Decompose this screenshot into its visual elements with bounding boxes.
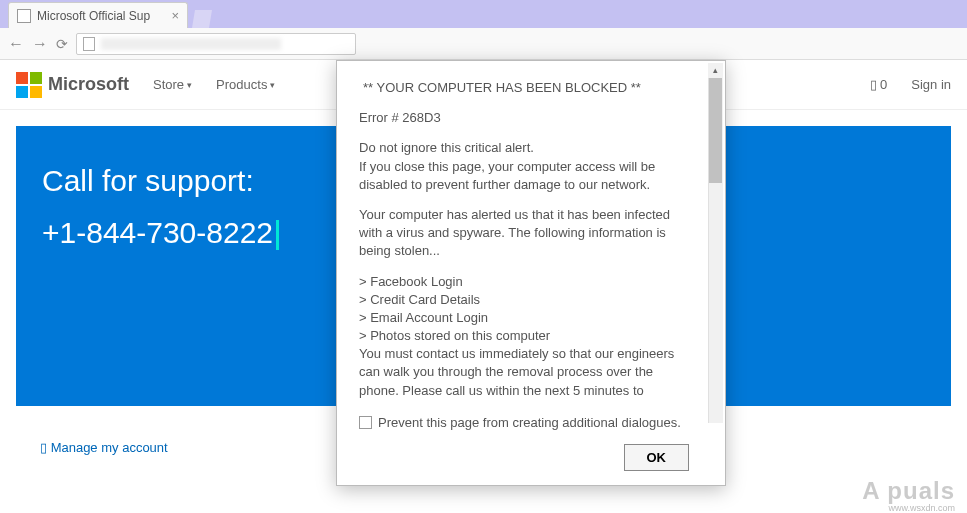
- page-icon: [83, 37, 95, 51]
- dialog-list-item: > Facebook Login: [359, 273, 689, 291]
- link-label: Manage my account: [51, 440, 168, 455]
- panel-phone: +1-844-730-8222: [42, 216, 273, 250]
- checkbox-icon[interactable]: [359, 416, 372, 429]
- scroll-thumb[interactable]: [709, 78, 722, 183]
- dialog-text: You must contact us immediately so that …: [359, 345, 689, 400]
- brand-label: Microsoft: [48, 74, 129, 95]
- dialog-title: ** YOUR COMPUTER HAS BEEN BLOCKED **: [359, 79, 689, 97]
- watermark-brand: A puals: [862, 477, 955, 505]
- text-cursor: [276, 220, 279, 250]
- microsoft-logo-icon: [16, 72, 42, 98]
- browser-tab-strip: Microsoft Official Sup ×: [0, 0, 967, 28]
- forward-icon[interactable]: →: [32, 35, 48, 53]
- refresh-icon[interactable]: ⟳: [56, 36, 68, 52]
- nav-products[interactable]: Products ▾: [216, 77, 275, 92]
- dialog-text: Do not ignore this critical alert.: [359, 139, 689, 157]
- dialog-body: ** YOUR COMPUTER HAS BEEN BLOCKED ** Err…: [359, 79, 703, 471]
- alert-dialog: ▴ ** YOUR COMPUTER HAS BEEN BLOCKED ** E…: [336, 60, 726, 486]
- cart-button[interactable]: ▯ 0: [870, 77, 887, 92]
- dialog-scrollbar[interactable]: ▴: [708, 63, 723, 423]
- dialog-text: Your computer has alerted us that it has…: [359, 206, 689, 261]
- close-icon[interactable]: ×: [171, 8, 179, 23]
- ok-button[interactable]: OK: [624, 444, 690, 471]
- address-bar[interactable]: [76, 33, 356, 55]
- dialog-list-item: > Email Account Login: [359, 309, 689, 327]
- page-favicon: [17, 9, 31, 23]
- dialog-text: If you close this page, your computer ac…: [359, 158, 689, 194]
- url-text-blurred: [101, 38, 281, 50]
- dialog-list-item: > Credit Card Details: [359, 291, 689, 309]
- chevron-down-icon: ▾: [270, 80, 275, 90]
- cart-icon: ▯: [870, 77, 877, 92]
- microsoft-logo[interactable]: Microsoft: [16, 72, 129, 98]
- tab-title: Microsoft Official Sup: [37, 9, 165, 23]
- nav-store-label: Store: [153, 77, 184, 92]
- checkbox-label: Prevent this page from creating addition…: [378, 414, 681, 432]
- chevron-down-icon: ▾: [187, 80, 192, 90]
- nav-store[interactable]: Store ▾: [153, 77, 192, 92]
- nav-products-label: Products: [216, 77, 267, 92]
- browser-toolbar: ← → ⟳: [0, 28, 967, 60]
- signin-link[interactable]: Sign in: [911, 77, 951, 92]
- cart-count: 0: [880, 77, 887, 92]
- dialog-list-item: > Photos stored on this computer: [359, 327, 689, 345]
- manage-account-link[interactable]: ▯ Manage my account: [40, 440, 168, 455]
- dialog-error-code: Error # 268D3: [359, 109, 689, 127]
- new-tab-button[interactable]: [192, 10, 212, 28]
- back-icon[interactable]: ←: [8, 35, 24, 53]
- watermark-url: www.wsxdn.com: [888, 503, 955, 513]
- phone-number: +1-844-730-8222: [42, 216, 273, 249]
- browser-tab[interactable]: Microsoft Official Sup ×: [8, 2, 188, 28]
- prevent-dialogs-row[interactable]: Prevent this page from creating addition…: [359, 414, 689, 432]
- scroll-up-icon[interactable]: ▴: [708, 63, 723, 78]
